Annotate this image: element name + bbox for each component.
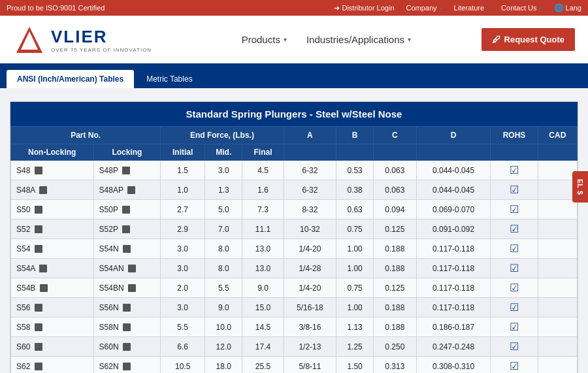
- tab-metric[interactable]: Metric Tables: [136, 70, 203, 88]
- cell-d: 0.091-0.092: [416, 219, 491, 239]
- cell-mid: 5.0: [205, 200, 242, 219]
- cell-cad: [538, 317, 577, 337]
- part-doc-icon: [35, 206, 42, 214]
- cell-locking: S50P: [93, 200, 161, 219]
- cell-c: 0.063: [373, 180, 416, 200]
- table-row[interactable]: S48 S48P 1.53.04.56-320.530.0630.044-0.0…: [11, 161, 578, 180]
- cell-rohs: ☑: [491, 317, 538, 337]
- contact-chevron-icon: ▾: [539, 5, 542, 12]
- cell-b: 1.13: [336, 317, 374, 337]
- table-row[interactable]: S50 S50P 2.75.07.38-320.630.0940.069-0.0…: [11, 200, 578, 219]
- logo-text: VLIER OVER 75 YEARS OF INNOVATION: [51, 27, 152, 53]
- cell-b: 1.00: [336, 259, 374, 278]
- cell-rohs: ☑: [491, 239, 538, 259]
- contact-us-link[interactable]: Contact Us ▾: [501, 4, 542, 12]
- cell-nonlocking: S54: [11, 239, 94, 259]
- company-link[interactable]: Company ▾: [406, 4, 442, 12]
- cell-final: 7.3: [242, 200, 284, 219]
- cell-c: 0.188: [373, 259, 416, 278]
- table-body: S48 S48P 1.53.04.56-320.530.0630.044-0.0…: [11, 161, 578, 374]
- cell-nonlocking: S62: [11, 357, 94, 374]
- cell-final: 1.6: [242, 180, 284, 200]
- top-bar: Proud to be ISO:9001 Certified ➜ Distrib…: [0, 0, 588, 16]
- cell-d: 0.247-0.248: [416, 337, 491, 357]
- login-icon: ➜: [334, 4, 340, 12]
- part-doc-icon: [122, 225, 130, 233]
- cell-d: 0.117-0.118: [416, 278, 491, 298]
- industries-nav-link[interactable]: Industries/Applications ▾: [306, 34, 411, 45]
- cell-nonlocking: S48A: [11, 180, 94, 200]
- sub-header-initial: Initial: [161, 144, 205, 161]
- side-tab[interactable]: EL $: [572, 170, 588, 202]
- cell-final: 15.0: [242, 298, 284, 317]
- cell-b: 1.25: [336, 337, 374, 357]
- logo-sub-text: OVER 75 YEARS OF INNOVATION: [51, 47, 152, 53]
- cell-cad: [538, 278, 577, 298]
- cell-c: 0.188: [373, 239, 416, 259]
- content-area: Standard Spring Plungers - Steel w/Steel…: [0, 88, 588, 373]
- cell-initial: 3.0: [161, 259, 205, 278]
- rohs-check-icon: ☑: [510, 321, 519, 332]
- literature-link[interactable]: Literature ▾: [454, 4, 489, 12]
- sub-header-cad: [538, 144, 577, 161]
- cell-a: 3/8-16: [284, 317, 336, 337]
- cell-mid: 3.0: [205, 161, 242, 180]
- table-row[interactable]: S54A S54AN 3.08.013.01/4-281.000.1880.11…: [11, 259, 578, 278]
- cell-rohs: ☑: [491, 259, 538, 278]
- part-doc-icon: [122, 206, 130, 214]
- sub-header-a: [284, 144, 336, 161]
- table-row[interactable]: S54 S54N 3.08.013.01/4-201.000.1880.117-…: [11, 239, 578, 259]
- cell-nonlocking: S52: [11, 219, 94, 239]
- cell-cad: [538, 161, 577, 180]
- cell-initial: 2.0: [161, 278, 205, 298]
- language-link[interactable]: 🌐 Lang: [554, 3, 581, 12]
- tab-ansi[interactable]: ANSI (Inch/American) Tables: [7, 70, 134, 88]
- table-header-row-2: Non-Locking Locking Initial Mid. Final: [11, 144, 578, 161]
- cell-b: 1.00: [336, 298, 374, 317]
- cell-initial: 3.0: [161, 239, 205, 259]
- part-doc-icon: [40, 284, 48, 292]
- part-doc-icon: [128, 265, 136, 272]
- rohs-check-icon: ☑: [510, 361, 519, 372]
- cell-c: 0.094: [373, 200, 416, 219]
- part-doc-icon: [127, 186, 135, 194]
- rohs-check-icon: ☑: [510, 223, 519, 235]
- cell-final: 17.4: [242, 337, 284, 357]
- products-table: Part No. End Force, (Lbs.) A B C D ROHS …: [10, 126, 578, 373]
- cell-d: 0.044-0.045: [416, 161, 491, 180]
- table-row[interactable]: S54B S54BN 2.05.59.01/4-200.750.1250.117…: [11, 278, 578, 298]
- request-quote-button[interactable]: 🖊 Request Quote: [482, 28, 575, 51]
- cell-cad: [538, 357, 577, 374]
- distributor-login-link[interactable]: ➜ Distributor Login: [334, 4, 394, 12]
- col-header-b: B: [336, 127, 374, 144]
- logo-area[interactable]: VLIER OVER 75 YEARS OF INNOVATION: [13, 24, 152, 56]
- cell-c: 0.125: [373, 219, 416, 239]
- part-doc-icon: [35, 304, 42, 312]
- cell-locking: S54AN: [93, 259, 161, 278]
- rohs-check-icon: ☑: [510, 263, 519, 274]
- table-row[interactable]: S62 S62N 10.518.025.55/8-111.500.3130.30…: [11, 357, 578, 374]
- cell-rohs: ☑: [491, 180, 538, 200]
- cell-initial: 6.6: [161, 337, 205, 357]
- cell-c: 0.188: [373, 317, 416, 337]
- table-row[interactable]: S52 S52P 2.97.011.110-320.750.1250.091-0…: [11, 219, 578, 239]
- cell-mid: 8.0: [205, 239, 242, 259]
- part-doc-icon: [35, 343, 42, 351]
- rohs-check-icon: ☑: [510, 282, 519, 293]
- cell-nonlocking: S54A: [11, 259, 94, 278]
- cell-mid: 12.0: [205, 337, 242, 357]
- table-row[interactable]: S58 S58N 5.510.014.53/8-161.130.1880.186…: [11, 317, 578, 337]
- cell-cad: [538, 337, 577, 357]
- table-row[interactable]: S48A S48AP 1.01.31.66-320.380.0630.044-0…: [11, 180, 578, 200]
- cell-a: 6-32: [284, 161, 336, 180]
- cell-a: 6-32: [284, 180, 336, 200]
- industries-chevron-icon: ▾: [408, 36, 411, 43]
- sub-header-mid: Mid.: [205, 144, 242, 161]
- cell-initial: 2.9: [161, 219, 205, 239]
- products-nav-link[interactable]: Products ▾: [242, 34, 287, 45]
- table-row[interactable]: S60 S60N 6.612.017.41/2-131.250.2500.247…: [11, 337, 578, 357]
- sub-header-final: Final: [242, 144, 284, 161]
- cell-final: 25.5: [242, 357, 284, 374]
- cell-rohs: ☑: [491, 298, 538, 317]
- table-row[interactable]: S56 S56N 3.09.015.05/16-181.000.1880.117…: [11, 298, 578, 317]
